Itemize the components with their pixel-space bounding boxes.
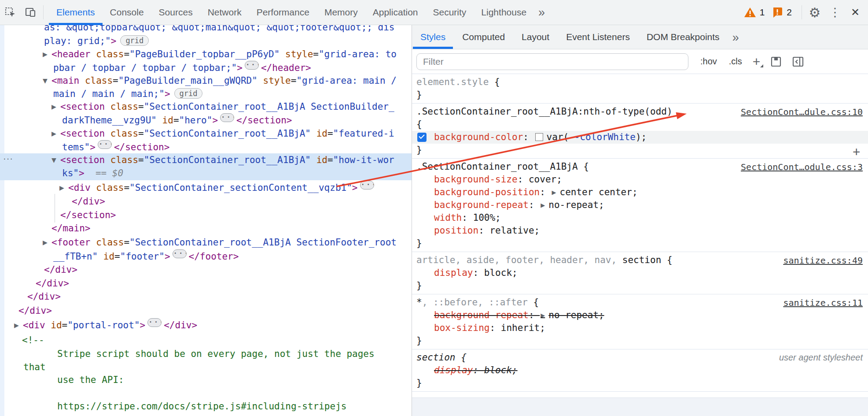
expand-shorthand-icon[interactable]: ▶ — [552, 189, 556, 196]
css-property[interactable]: background-repeat: ▶no-repeat; — [416, 199, 868, 212]
insert-rule-plus-button[interactable]: + — [853, 145, 860, 159]
grid-badge[interactable]: grid — [174, 88, 203, 99]
css-property[interactable]: position: relative; — [416, 224, 868, 237]
dom-tree-line[interactable]: </div> — [44, 263, 77, 276]
expand-arrow-icon[interactable]: ▶ — [51, 127, 60, 140]
dom-tree-line[interactable]: Stripe script should be on every page, n… — [57, 347, 375, 360]
collapse-arrow-icon[interactable]: ▼ — [43, 74, 51, 87]
tab-sources[interactable]: Sources — [151, 0, 200, 25]
code-text: > — [111, 36, 117, 46]
css-property[interactable]: background-size: cover; — [416, 173, 868, 186]
dom-tree-line[interactable]: <!-- — [22, 334, 44, 347]
more-tabs-chevron-icon[interactable]: » — [534, 0, 549, 25]
dom-tree-line[interactable]: ▼<section class="SectionContainer_root__… — [60, 153, 394, 167]
tab-performance[interactable]: Performance — [249, 0, 317, 25]
settings-gear-button[interactable]: ⚙ — [805, 0, 825, 25]
css-property[interactable]: background-position: ▶center center; — [416, 186, 868, 199]
dom-tree-line[interactable]: as: &quot;topbar&quot; &quot;main&quot; … — [44, 25, 395, 34]
dom-tree-line[interactable]: ▶<header class="PageBuilder_topbar__pP6y… — [51, 48, 397, 61]
dom-tree-line[interactable]: </div> — [72, 195, 105, 208]
dom-tree-line[interactable]: play: grid;">grid — [44, 34, 149, 48]
tab-dom-breakpoints[interactable]: DOM Breakpoints — [638, 25, 728, 49]
device-toolbar-button[interactable] — [20, 0, 40, 25]
ellipsis-expand-button[interactable]: ··· — [98, 140, 112, 149]
dom-tree-line[interactable]: </div> — [18, 304, 52, 317]
colon: : — [529, 310, 540, 320]
gutter-more-actions-button[interactable]: ··· — [3, 153, 13, 163]
close-devtools-button[interactable]: ✕ — [845, 0, 865, 25]
css-property[interactable]: background-repeat: ▶no-repeat; — [416, 309, 868, 322]
css-selector[interactable]: { — [416, 118, 868, 131]
expand-shorthand-icon[interactable]: ▶ — [541, 312, 545, 319]
dom-tree-line[interactable]: ks"> == $0 — [62, 167, 123, 180]
css-property[interactable]: width: 100%; — [416, 212, 868, 224]
dom-tree-line[interactable]: </section> — [60, 208, 116, 222]
expand-arrow-icon[interactable]: ▶ — [59, 181, 68, 194]
grid-badge[interactable]: grid — [120, 35, 149, 46]
dom-tree-line[interactable]: darkTheme__vzg9U" id="hero">···</section… — [62, 113, 292, 126]
ellipsis-expand-button[interactable]: ··· — [147, 318, 162, 327]
element-classes-button[interactable]: .cls — [729, 56, 742, 67]
toggle-sidebar-icon[interactable] — [792, 56, 804, 68]
stylesheet-link[interactable]: SectionCont…dule.css:10 — [741, 107, 863, 117]
stylesheet-link[interactable]: SectionCont…odule.css:3 — [741, 162, 863, 172]
property-name: position — [434, 225, 478, 236]
dom-tree-line[interactable]: __fTB+n" id="footer">···</footer> — [53, 249, 239, 263]
css-property[interactable]: background-color: var(--colorWhite); — [412, 131, 868, 144]
floppy-disk-icon[interactable] — [770, 56, 782, 68]
dom-tree-line[interactable]: that — [23, 360, 46, 374]
css-selector[interactable]: element.style { — [416, 76, 868, 89]
new-style-rule-button[interactable]: + — [753, 55, 761, 68]
stylesheet-link[interactable]: sanitize.css:11 — [783, 297, 863, 308]
expand-shorthand-icon[interactable]: ▶ — [541, 202, 545, 208]
expand-arrow-icon[interactable]: ▶ — [43, 48, 51, 61]
issues-indicator[interactable]: 2 — [772, 7, 792, 18]
tab-layout[interactable]: Layout — [513, 25, 558, 49]
dom-tree-line[interactable]: tems">···</section> — [62, 140, 169, 153]
expand-arrow-icon[interactable]: ▶ — [43, 236, 51, 249]
tab-event-listeners[interactable]: Event Listeners — [558, 25, 638, 49]
css-property[interactable]: box-sizing: inherit; — [416, 322, 868, 334]
collapse-arrow-icon[interactable]: ▼ — [51, 153, 60, 167]
dom-tree-line[interactable]: </div> — [27, 290, 61, 303]
selector-text: section { — [416, 352, 467, 363]
property-checkbox[interactable] — [417, 133, 427, 142]
dom-tree-line[interactable]: </main> — [51, 222, 91, 235]
dom-tree-line[interactable]: use the API: — [57, 373, 124, 386]
tab-application[interactable]: Application — [365, 0, 426, 25]
expand-arrow-icon[interactable]: ▶ — [14, 319, 23, 332]
dom-tree-line[interactable]: ▶<div id="portal-root">···</div> — [23, 318, 197, 331]
ellipsis-expand-button[interactable]: ··· — [220, 113, 234, 122]
css-property[interactable]: display: block; — [416, 364, 868, 377]
dom-tree-line[interactable]: ▶<section class="SectionContainer_root__… — [60, 100, 394, 113]
warnings-indicator[interactable]: 1 — [744, 7, 765, 18]
styles-filter-input[interactable] — [416, 53, 688, 70]
menu-kebab-button[interactable]: ⋮ — [825, 0, 845, 25]
tab-memory[interactable]: Memory — [317, 0, 365, 25]
tab-computed[interactable]: Computed — [454, 25, 513, 49]
css-property[interactable]: display: block; — [416, 267, 868, 279]
dom-tree-line[interactable]: main / main / main;">grid — [53, 87, 202, 100]
tab-styles[interactable]: Styles — [412, 25, 454, 49]
ellipsis-expand-button[interactable]: ··· — [360, 181, 374, 189]
stylesheet-link[interactable]: sanitize.css:49 — [783, 255, 863, 266]
ellipsis-expand-button[interactable]: ··· — [245, 61, 259, 70]
tab-network[interactable]: Network — [200, 0, 249, 25]
color-swatch[interactable] — [535, 133, 543, 141]
tab-console[interactable]: Console — [103, 0, 151, 25]
dom-tree-line[interactable]: ▶<div class="SectionContainer_sectionCon… — [68, 181, 376, 194]
more-sidebar-tabs-chevron-icon[interactable]: » — [728, 25, 743, 49]
toggle-element-state-button[interactable]: :hov — [700, 56, 717, 67]
dom-tree-line[interactable]: pbar / topbar / topbar / topbar;">···</h… — [53, 61, 311, 74]
tab-elements[interactable]: Elements — [49, 0, 103, 25]
inspect-element-button[interactable] — [0, 0, 20, 25]
dom-tree-line[interactable]: </div> — [36, 277, 69, 290]
dom-tree-line[interactable]: ▼<main class="PageBuilder_main__gWQRD" s… — [51, 74, 397, 87]
ellipsis-expand-button[interactable]: ··· — [173, 249, 187, 258]
dom-tree-line[interactable]: https://stripe.com/docs/stripe.js#includ… — [57, 400, 346, 413]
tab-security[interactable]: Security — [425, 0, 474, 25]
dom-tree-line[interactable]: ▶<section class="SectionContainer_root__… — [60, 127, 394, 140]
expand-arrow-icon[interactable]: ▶ — [51, 100, 60, 113]
dom-tree-line[interactable]: ▶<footer class="SectionContainer_root__A… — [51, 236, 397, 249]
tab-lighthouse[interactable]: Lighthouse — [474, 0, 534, 25]
